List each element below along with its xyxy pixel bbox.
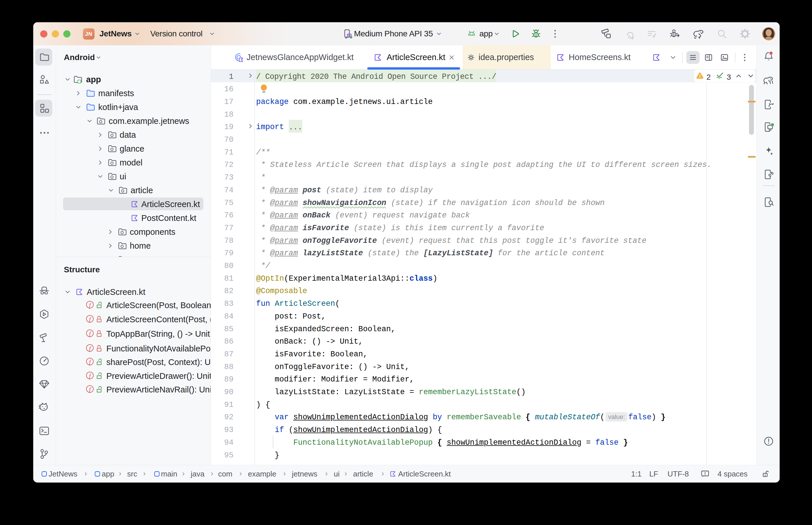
- svg-text:A: A: [628, 34, 631, 40]
